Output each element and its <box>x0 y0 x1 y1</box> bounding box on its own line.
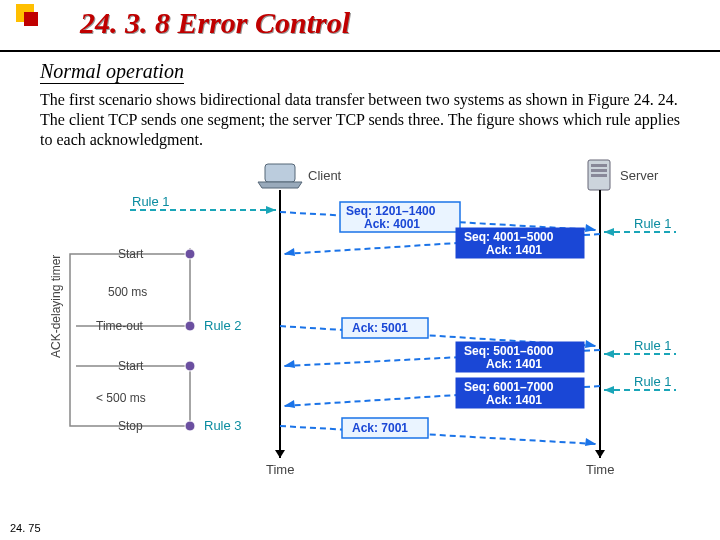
subheading: Normal operation <box>40 60 184 84</box>
client-icon <box>258 164 302 188</box>
svg-text:Ack: 1401: Ack: 1401 <box>486 357 542 371</box>
timer-events: Start 500 ms Time-out Start < 500 ms Sto… <box>76 247 195 433</box>
svg-text:< 500 ms: < 500 ms <box>96 391 146 405</box>
svg-point-19 <box>185 361 195 371</box>
svg-rect-2 <box>591 164 607 167</box>
time-label-left: Time <box>266 462 294 477</box>
svg-rect-4 <box>591 174 607 177</box>
header-title: 24. 3. 8 Error Control <box>80 6 350 40</box>
svg-marker-8 <box>595 450 605 458</box>
svg-text:Rule 1: Rule 1 <box>634 338 672 353</box>
svg-text:Time-out: Time-out <box>96 319 144 333</box>
svg-rect-0 <box>265 164 295 182</box>
page-number: 24. 75 <box>10 522 41 534</box>
svg-text:Start: Start <box>118 247 144 261</box>
server-label: Server <box>620 168 659 183</box>
svg-text:Ack: 1401: Ack: 1401 <box>486 393 542 407</box>
svg-text:Stop: Stop <box>118 419 143 433</box>
rule-left-3: Rule 3 <box>204 418 242 433</box>
svg-text:Ack: 5001: Ack: 5001 <box>352 321 408 335</box>
svg-marker-28 <box>266 206 276 214</box>
svg-text:Ack: 1401: Ack: 1401 <box>486 243 542 257</box>
figure-tcp-normal-operation: Client Server Time Time ACK-delaying tim… <box>40 158 680 488</box>
svg-line-62 <box>280 426 596 444</box>
svg-point-20 <box>185 421 195 431</box>
svg-text:500 ms: 500 ms <box>108 285 147 299</box>
svg-text:Rule 1: Rule 1 <box>634 374 672 389</box>
svg-text:Seq: 6001–7000: Seq: 6001–7000 <box>464 380 554 394</box>
svg-text:Ack: 7001: Ack: 7001 <box>352 421 408 435</box>
server-icon <box>588 160 610 190</box>
svg-text:Ack: 4001: Ack: 4001 <box>364 217 420 231</box>
svg-text:Seq: 1201–1400: Seq: 1201–1400 <box>346 204 436 218</box>
svg-text:Start: Start <box>118 359 144 373</box>
svg-marker-30 <box>604 228 614 236</box>
svg-marker-32 <box>604 350 614 358</box>
svg-marker-7 <box>275 450 285 458</box>
svg-rect-3 <box>591 169 607 172</box>
header-accent <box>16 4 38 26</box>
svg-marker-34 <box>604 386 614 394</box>
client-label: Client <box>308 168 342 183</box>
body-paragraph: The first scenario shows bidirectional d… <box>40 90 680 150</box>
svg-point-17 <box>185 249 195 259</box>
svg-text:Seq: 4001–5000: Seq: 4001–5000 <box>464 230 554 244</box>
svg-text:Seq: 5001–6000: Seq: 5001–6000 <box>464 344 554 358</box>
rule-left-2: Rule 2 <box>204 318 242 333</box>
svg-point-18 <box>185 321 195 331</box>
timer-label: ACK-delaying timer <box>49 255 63 358</box>
time-label-right: Time <box>586 462 614 477</box>
svg-text:Rule 1: Rule 1 <box>634 216 672 231</box>
rule-left-1: Rule 1 <box>132 194 170 209</box>
